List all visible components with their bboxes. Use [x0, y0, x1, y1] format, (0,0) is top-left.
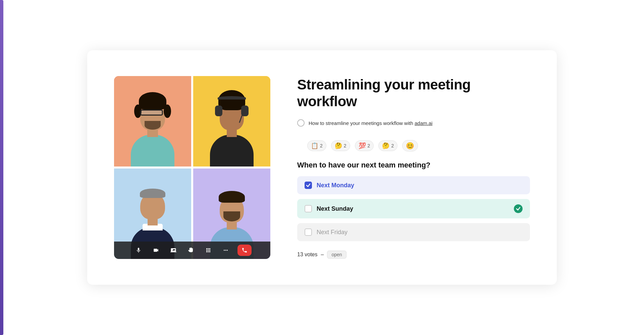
green-check-sunday: [514, 204, 523, 213]
clipboard-icon: 📋: [311, 142, 318, 149]
poll-options: Next Monday Next Sunday Next Friday: [297, 176, 530, 241]
option-friday-text: Next Friday: [317, 229, 523, 236]
thinking-icon-2: 🤔: [382, 142, 389, 149]
checkbox-friday: [305, 228, 312, 236]
poll-option-sunday[interactable]: Next Sunday: [297, 199, 530, 218]
mic-button[interactable]: [133, 245, 144, 256]
hundred-count: 2: [368, 143, 370, 148]
apps-button[interactable]: [203, 245, 214, 256]
emoji-clipboard[interactable]: 📋 2: [307, 140, 326, 151]
clipboard-count: 2: [320, 143, 323, 148]
screen-share-button[interactable]: [168, 245, 179, 256]
emoji-reactions: 📋 2 🤔 2 💯 2 🤔 2 😊: [307, 140, 530, 151]
video-cell-2: [193, 76, 270, 166]
video-cell-1: [114, 76, 191, 166]
radio-circle: [297, 119, 305, 127]
more-button[interactable]: [220, 245, 231, 256]
emoji-100[interactable]: 💯 2: [355, 140, 374, 151]
checkbox-sunday: [305, 205, 312, 212]
video-grid-wrapper: [114, 76, 270, 259]
checkbox-monday: [305, 182, 312, 189]
slide-title: Streamlining your meeting workflow: [297, 76, 530, 110]
thinking-icon-1: 🤔: [335, 142, 342, 149]
main-card: Streamlining your meeting workflow How t…: [87, 50, 557, 285]
emoji-thinking-1[interactable]: 🤔 2: [331, 140, 350, 151]
emoji-thinking-2[interactable]: 🤔 2: [378, 140, 397, 151]
page-container: Streamlining your meeting workflow How t…: [0, 0, 644, 335]
votes-count: 13 votes: [297, 252, 317, 258]
votes-separator: –: [321, 252, 324, 258]
adam-ai-link[interactable]: adam.ai: [415, 120, 432, 126]
end-call-button[interactable]: [237, 245, 252, 256]
add-emoji-icon: 😊: [406, 142, 414, 150]
votes-row: 13 votes – open: [297, 251, 530, 259]
option-sunday-text: Next Sunday: [317, 205, 509, 212]
poll-option-monday[interactable]: Next Monday: [297, 176, 530, 194]
video-toolbar: [114, 242, 270, 259]
add-emoji-button[interactable]: 😊: [402, 140, 418, 151]
poll-option-friday[interactable]: Next Friday: [297, 223, 530, 241]
thinking-count-1: 2: [344, 143, 346, 148]
video-grid: [114, 76, 270, 259]
camera-button[interactable]: [150, 245, 162, 256]
option-monday-text: Next Monday: [317, 182, 523, 189]
poll-question: When to have our next team meeting?: [297, 161, 530, 170]
right-content: Streamlining your meeting workflow How t…: [297, 76, 530, 259]
reaction-row: How to streamline your meetings workflow…: [297, 119, 530, 127]
raise-hand-button[interactable]: [185, 245, 197, 256]
hundred-icon: 💯: [359, 142, 366, 149]
reaction-text: How to streamline your meetings workflow…: [309, 120, 432, 126]
left-accent-bar: [0, 0, 3, 335]
thinking-count-2: 2: [391, 143, 394, 148]
status-badge[interactable]: open: [327, 251, 346, 259]
